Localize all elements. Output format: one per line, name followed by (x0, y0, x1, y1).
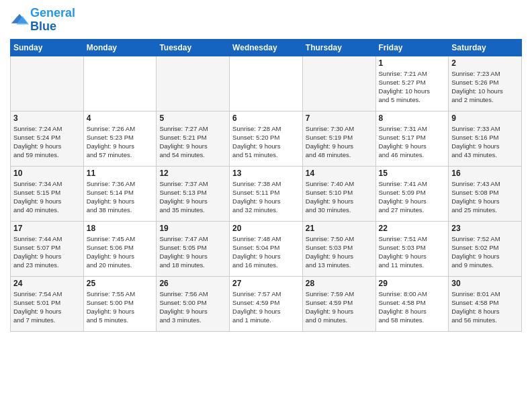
weekday-header-friday: Friday (375, 39, 449, 56)
calendar-table: SundayMondayTuesdayWednesdayThursdayFrid… (10, 39, 522, 332)
day-number: 29 (379, 279, 446, 288)
day-number: 1 (379, 58, 446, 68)
day-number: 28 (306, 279, 373, 288)
logo: General Blue (10, 7, 75, 34)
day-number: 19 (159, 224, 226, 233)
calendar-week-4: 17Sunrise: 7:44 AM Sunset: 5:07 PM Dayli… (11, 221, 522, 276)
weekday-header-saturday: Saturday (449, 39, 522, 56)
day-number: 8 (379, 113, 446, 123)
day-info: Sunrise: 7:24 AM Sunset: 5:24 PM Dayligh… (13, 124, 81, 160)
day-number: 2 (451, 58, 519, 68)
weekday-header-sunday: Sunday (11, 39, 84, 56)
day-info: Sunrise: 7:50 AM Sunset: 5:03 PM Dayligh… (306, 234, 373, 270)
calendar-cell (83, 56, 157, 111)
calendar-week-2: 3Sunrise: 7:24 AM Sunset: 5:24 PM Daylig… (11, 111, 522, 166)
calendar-cell: 21Sunrise: 7:50 AM Sunset: 5:03 PM Dayli… (302, 221, 375, 276)
day-info: Sunrise: 7:45 AM Sunset: 5:06 PM Dayligh… (87, 234, 154, 270)
calendar-cell: 11Sunrise: 7:36 AM Sunset: 5:14 PM Dayli… (83, 166, 157, 221)
day-info: Sunrise: 7:48 AM Sunset: 5:04 PM Dayligh… (232, 234, 300, 270)
day-info: Sunrise: 7:40 AM Sunset: 5:10 PM Dayligh… (306, 179, 373, 215)
day-number: 9 (451, 113, 519, 123)
day-number: 10 (13, 169, 81, 178)
calendar-cell: 29Sunrise: 8:00 AM Sunset: 4:58 PM Dayli… (375, 276, 449, 331)
logo-text: General Blue (30, 7, 75, 34)
calendar-cell: 1Sunrise: 7:21 AM Sunset: 5:27 PM Daylig… (375, 56, 449, 111)
calendar-cell: 12Sunrise: 7:37 AM Sunset: 5:13 PM Dayli… (157, 166, 230, 221)
calendar-cell: 10Sunrise: 7:34 AM Sunset: 5:15 PM Dayli… (11, 166, 84, 221)
day-number: 4 (87, 113, 154, 123)
day-info: Sunrise: 7:23 AM Sunset: 5:26 PM Dayligh… (451, 69, 519, 105)
page-container: General Blue SundayMondayTuesdayWednesda… (0, 0, 532, 338)
weekday-header-monday: Monday (83, 39, 157, 56)
day-number: 30 (451, 279, 519, 288)
calendar-cell: 8Sunrise: 7:31 AM Sunset: 5:17 PM Daylig… (375, 111, 449, 166)
calendar-cell: 5Sunrise: 7:27 AM Sunset: 5:21 PM Daylig… (157, 111, 230, 166)
calendar-cell: 27Sunrise: 7:57 AM Sunset: 4:59 PM Dayli… (230, 276, 303, 331)
day-number: 17 (13, 224, 81, 233)
day-info: Sunrise: 7:54 AM Sunset: 5:01 PM Dayligh… (13, 289, 81, 325)
calendar-cell: 2Sunrise: 7:23 AM Sunset: 5:26 PM Daylig… (449, 56, 522, 111)
calendar-cell: 4Sunrise: 7:26 AM Sunset: 5:23 PM Daylig… (83, 111, 157, 166)
day-info: Sunrise: 7:43 AM Sunset: 5:08 PM Dayligh… (451, 179, 519, 215)
day-number: 22 (379, 224, 446, 233)
day-number: 13 (232, 169, 300, 178)
calendar-cell: 23Sunrise: 7:52 AM Sunset: 5:02 PM Dayli… (449, 221, 522, 276)
day-number: 15 (379, 169, 446, 178)
calendar-cell: 16Sunrise: 7:43 AM Sunset: 5:08 PM Dayli… (449, 166, 522, 221)
calendar-cell (11, 56, 84, 111)
calendar-cell: 22Sunrise: 7:51 AM Sunset: 5:03 PM Dayli… (375, 221, 449, 276)
weekday-header-thursday: Thursday (302, 39, 375, 56)
calendar-cell (157, 56, 230, 111)
day-info: Sunrise: 7:51 AM Sunset: 5:03 PM Dayligh… (379, 234, 446, 270)
calendar-cell: 15Sunrise: 7:41 AM Sunset: 5:09 PM Dayli… (375, 166, 449, 221)
day-number: 24 (13, 279, 81, 288)
calendar-cell: 19Sunrise: 7:47 AM Sunset: 5:05 PM Dayli… (157, 221, 230, 276)
day-info: Sunrise: 7:47 AM Sunset: 5:05 PM Dayligh… (159, 234, 226, 270)
calendar-cell: 7Sunrise: 7:30 AM Sunset: 5:19 PM Daylig… (302, 111, 375, 166)
day-number: 23 (451, 224, 519, 233)
calendar-cell: 17Sunrise: 7:44 AM Sunset: 5:07 PM Dayli… (11, 221, 84, 276)
calendar-week-5: 24Sunrise: 7:54 AM Sunset: 5:01 PM Dayli… (11, 276, 522, 331)
calendar-cell: 13Sunrise: 7:38 AM Sunset: 5:11 PM Dayli… (230, 166, 303, 221)
calendar-cell: 25Sunrise: 7:55 AM Sunset: 5:00 PM Dayli… (83, 276, 157, 331)
day-number: 25 (87, 279, 154, 288)
day-info: Sunrise: 8:01 AM Sunset: 4:58 PM Dayligh… (451, 289, 519, 325)
calendar-cell (230, 56, 303, 111)
day-info: Sunrise: 7:38 AM Sunset: 5:11 PM Dayligh… (232, 179, 300, 215)
calendar-cell: 3Sunrise: 7:24 AM Sunset: 5:24 PM Daylig… (11, 111, 84, 166)
day-number: 7 (306, 113, 373, 123)
day-info: Sunrise: 7:27 AM Sunset: 5:21 PM Dayligh… (159, 124, 226, 160)
day-number: 26 (159, 279, 226, 288)
day-info: Sunrise: 7:31 AM Sunset: 5:17 PM Dayligh… (379, 124, 446, 160)
day-number: 12 (159, 169, 226, 178)
day-info: Sunrise: 7:56 AM Sunset: 5:00 PM Dayligh… (159, 289, 226, 325)
day-info: Sunrise: 7:37 AM Sunset: 5:13 PM Dayligh… (159, 179, 226, 215)
day-number: 18 (87, 224, 154, 233)
day-info: Sunrise: 7:21 AM Sunset: 5:27 PM Dayligh… (379, 69, 446, 105)
day-info: Sunrise: 7:41 AM Sunset: 5:09 PM Dayligh… (379, 179, 446, 215)
day-number: 11 (87, 169, 154, 178)
header: General Blue (10, 7, 522, 34)
day-number: 20 (232, 224, 300, 233)
day-number: 16 (451, 169, 519, 178)
day-info: Sunrise: 7:59 AM Sunset: 4:59 PM Dayligh… (306, 289, 373, 325)
weekday-header-row: SundayMondayTuesdayWednesdayThursdayFrid… (11, 39, 522, 56)
day-info: Sunrise: 7:30 AM Sunset: 5:19 PM Dayligh… (306, 124, 373, 160)
day-number: 3 (13, 113, 81, 123)
day-info: Sunrise: 8:00 AM Sunset: 4:58 PM Dayligh… (379, 289, 446, 325)
day-number: 5 (159, 113, 226, 123)
day-number: 21 (306, 224, 373, 233)
calendar-cell: 30Sunrise: 8:01 AM Sunset: 4:58 PM Dayli… (449, 276, 522, 331)
day-info: Sunrise: 7:34 AM Sunset: 5:15 PM Dayligh… (13, 179, 81, 215)
day-info: Sunrise: 7:44 AM Sunset: 5:07 PM Dayligh… (13, 234, 81, 270)
calendar-week-1: 1Sunrise: 7:21 AM Sunset: 5:27 PM Daylig… (11, 56, 522, 111)
calendar-cell: 6Sunrise: 7:28 AM Sunset: 5:20 PM Daylig… (230, 111, 303, 166)
calendar-cell: 18Sunrise: 7:45 AM Sunset: 5:06 PM Dayli… (83, 221, 157, 276)
day-number: 6 (232, 113, 300, 123)
calendar-cell (302, 56, 375, 111)
calendar-cell: 26Sunrise: 7:56 AM Sunset: 5:00 PM Dayli… (157, 276, 230, 331)
calendar-cell: 9Sunrise: 7:33 AM Sunset: 5:16 PM Daylig… (449, 111, 522, 166)
day-info: Sunrise: 7:28 AM Sunset: 5:20 PM Dayligh… (232, 124, 300, 160)
day-info: Sunrise: 7:36 AM Sunset: 5:14 PM Dayligh… (87, 179, 154, 215)
day-number: 27 (232, 279, 300, 288)
